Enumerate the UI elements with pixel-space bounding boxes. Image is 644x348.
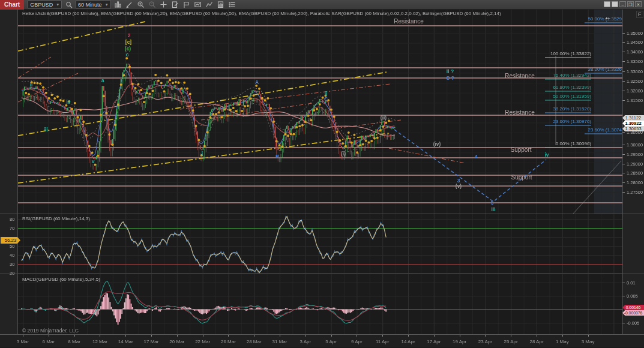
price-panel[interactable] bbox=[18, 10, 622, 214]
price-axis[interactable] bbox=[622, 10, 644, 334]
minimize-button[interactable]: – bbox=[619, 1, 626, 7]
search-icon[interactable] bbox=[64, 1, 74, 9]
chart-tab[interactable]: Chart bbox=[0, 0, 24, 10]
chevron-down-icon: ▼ bbox=[105, 3, 109, 7]
snapshot-icon[interactable] bbox=[193, 1, 203, 9]
macd-legend: MACD(GBPUSD (60 Minute),5,34,5) bbox=[22, 277, 100, 282]
properties-icon[interactable] bbox=[227, 1, 237, 9]
indicators-icon[interactable] bbox=[204, 1, 214, 9]
zoom-out-icon[interactable] bbox=[147, 1, 157, 9]
close-button[interactable]: ✕ bbox=[635, 1, 642, 7]
drawing-tools-icon[interactable] bbox=[124, 1, 134, 9]
rsi-value-tag: 56.23 bbox=[1, 237, 20, 244]
instrument-selector[interactable]: GBPUSD ▼ bbox=[28, 1, 62, 8]
focus-corner-label: F bbox=[636, 11, 643, 18]
zoom-in-icon[interactable] bbox=[136, 1, 146, 9]
toolbar: Chart GBPUSD ▼ 60 Minute ▼ bbox=[0, 0, 644, 10]
strategies-icon[interactable] bbox=[215, 1, 226, 9]
restore-button[interactable]: ❐ bbox=[627, 1, 634, 7]
go-to-last-bar-icon[interactable]: ← bbox=[604, 13, 612, 22]
panel-splitter bbox=[0, 334, 644, 335]
interval-label: 60 Minute bbox=[78, 2, 102, 8]
panel-splitter[interactable] bbox=[0, 214, 644, 214]
indicator-legend: HeikenAshi8(GBPUSD (60 Minute)), EMA(GBP… bbox=[22, 11, 501, 16]
interval-selector[interactable]: 60 Minute ▼ bbox=[76, 1, 110, 8]
instrument-link-button[interactable] bbox=[604, 1, 610, 7]
interval-link-button[interactable] bbox=[612, 1, 618, 7]
time-axis[interactable] bbox=[0, 335, 644, 347]
rsi-value-axis[interactable] bbox=[0, 10, 18, 334]
chart-trader-icon[interactable] bbox=[170, 1, 180, 9]
window-controls: – ❐ ✕ bbox=[604, 1, 642, 7]
panel-splitter[interactable] bbox=[0, 274, 644, 274]
copyright-text: © 2019 NinjaTrader, LLC bbox=[22, 328, 79, 334]
chevron-down-icon: ▼ bbox=[56, 3, 59, 7]
ninjatrader-chart-window: { "toolbar": { "tab_label": "Chart", "in… bbox=[0, 0, 644, 348]
instrument-label: GBPUSD bbox=[30, 2, 53, 8]
chart-type-icon[interactable] bbox=[113, 1, 123, 9]
macd-panel[interactable] bbox=[18, 274, 622, 334]
alerts-icon[interactable] bbox=[181, 1, 191, 9]
rsi-panel[interactable] bbox=[18, 214, 622, 274]
rsi-legend: RSI(GBPUSD (60 Minute),14,3) bbox=[22, 216, 90, 221]
crosshair-icon[interactable] bbox=[158, 1, 169, 9]
